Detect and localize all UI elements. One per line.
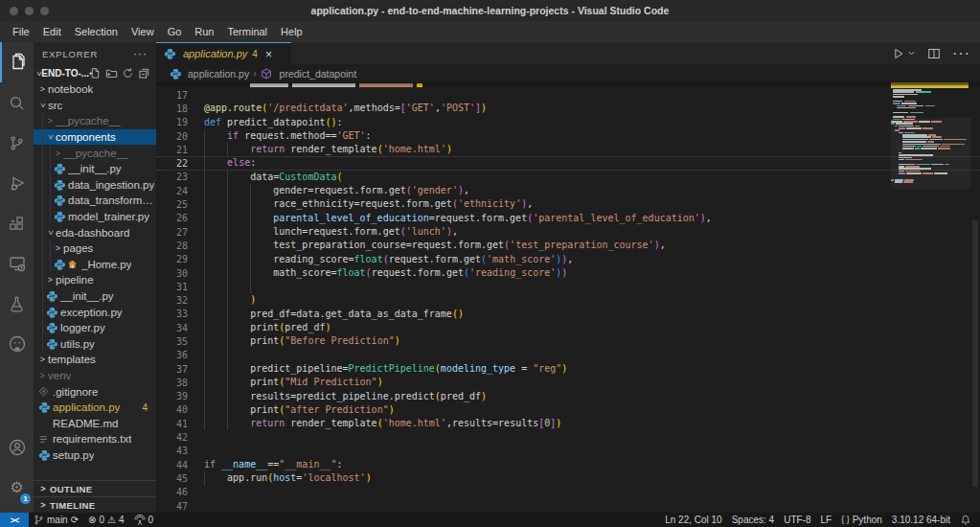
menu-selection[interactable]: Selection bbox=[68, 23, 125, 40]
tree-item-model-trainer-py[interactable]: model_trainer.py bbox=[34, 209, 156, 225]
status-ports[interactable]: 0 bbox=[129, 513, 159, 527]
menu-file[interactable]: File bbox=[6, 23, 36, 40]
scrollbar-slider[interactable] bbox=[972, 220, 978, 487]
code-line-44[interactable]: 44if __name__=="__main__": bbox=[156, 458, 980, 471]
code-line-47[interactable]: 47 bbox=[156, 499, 980, 513]
tree-item-setup-py[interactable]: setup.py bbox=[34, 447, 156, 464]
remote-explorer-icon[interactable] bbox=[0, 243, 34, 284]
collapse-all-icon[interactable] bbox=[138, 67, 150, 80]
search-icon[interactable] bbox=[0, 82, 34, 123]
code-line-24[interactable]: 24 gender=request.form.get('gender'), bbox=[156, 184, 980, 197]
run-debug-icon[interactable] bbox=[0, 163, 34, 203]
tree-item--gitignore[interactable]: .gitignore bbox=[34, 383, 156, 400]
code-line-17[interactable]: 17 bbox=[156, 88, 980, 102]
code-line-41[interactable]: 41 return render_template('home.html',re… bbox=[156, 417, 980, 430]
menu-help[interactable]: Help bbox=[274, 23, 309, 40]
status-language-mode[interactable]: { }Python bbox=[836, 513, 887, 527]
testing-icon[interactable] bbox=[0, 284, 34, 324]
workspace-section-header[interactable]: > END-TO-... bbox=[34, 65, 156, 81]
breadcrumb-file[interactable]: application.py bbox=[188, 68, 249, 80]
tree-item--init-py[interactable]: __init__.py bbox=[34, 161, 156, 177]
status-eol[interactable]: LF bbox=[816, 513, 837, 527]
status-python-interpreter[interactable]: 3.10.12 64-bit bbox=[887, 513, 955, 527]
tree-item-pages[interactable]: >pages bbox=[34, 241, 156, 257]
code-line-20[interactable]: 20 if request.method=='GET': bbox=[156, 129, 980, 143]
status-git-branch[interactable]: main⟳ bbox=[29, 513, 83, 527]
explorer-more-actions-button[interactable]: ··· bbox=[133, 47, 148, 60]
tree-item--pycache-[interactable]: >__pycache__ bbox=[34, 113, 156, 129]
status-notifications[interactable] bbox=[955, 513, 976, 527]
panel-outline[interactable]: >OUTLINE bbox=[34, 480, 156, 496]
refresh-icon[interactable] bbox=[122, 67, 134, 80]
tree-item-templates[interactable]: >templates bbox=[34, 352, 156, 368]
tree-item-pipeline[interactable]: >pipeline bbox=[34, 272, 156, 288]
code-line-29[interactable]: 29 reading_score=float(request.form.get(… bbox=[156, 253, 980, 266]
status-cursor-position[interactable]: Ln 22, Col 10 bbox=[660, 513, 727, 527]
code-line-39[interactable]: 39 results=predict_pipeline.predict(pred… bbox=[156, 390, 980, 403]
run-python-file-button[interactable] bbox=[892, 47, 916, 60]
code-line-35[interactable]: 35 print("Before Prediction") bbox=[156, 334, 980, 348]
code-line-19[interactable]: 19def predict_datapoint(): bbox=[156, 116, 980, 129]
code-line-37[interactable]: 37 predict_pipeline=PredictPipeline(mode… bbox=[156, 362, 980, 376]
tab-application-py[interactable]: application.py 4 × bbox=[156, 42, 291, 64]
code-line-18[interactable]: 18@app.route('/predictdata',methods=['GE… bbox=[156, 102, 980, 115]
tree-item-readme-md[interactable]: README.md bbox=[34, 415, 156, 431]
code-line-36[interactable]: 36 bbox=[156, 349, 980, 362]
window-close-button[interactable] bbox=[10, 7, 18, 15]
editor-more-actions-button[interactable]: ··· bbox=[952, 45, 970, 62]
tree-item-notebook[interactable]: >notebook bbox=[34, 81, 156, 98]
code-line-42[interactable]: 42 bbox=[156, 430, 980, 444]
tree-item-data-transformati-[interactable]: data_transformati... bbox=[34, 193, 156, 209]
code-editor[interactable]: 1718@app.route('/predictdata',methods=['… bbox=[156, 82, 980, 513]
tree-item-exception-py[interactable]: exception.py bbox=[34, 304, 156, 320]
window-controls[interactable] bbox=[10, 7, 49, 15]
status-problems[interactable]: ⊗0⚠4 bbox=[83, 513, 128, 527]
code-line-45[interactable]: 45 app.run(host='localhost') bbox=[156, 471, 980, 485]
menu-edit[interactable]: Edit bbox=[36, 23, 68, 40]
tree-item-application-py[interactable]: application.py4 bbox=[34, 400, 156, 416]
vertical-scrollbar[interactable] bbox=[970, 82, 980, 513]
tree-item-data-ingestion-py[interactable]: data_ingestion.py bbox=[34, 177, 156, 194]
menu-run[interactable]: Run bbox=[188, 23, 220, 40]
window-minimize-button[interactable] bbox=[25, 7, 34, 15]
code-line-26[interactable]: 26 parental_level_of_education=request.f… bbox=[156, 212, 980, 225]
menu-go[interactable]: Go bbox=[161, 23, 189, 40]
code-line-27[interactable]: 27 lunch=request.form.get('lunch'), bbox=[156, 225, 980, 239]
accounts-icon[interactable] bbox=[0, 427, 34, 468]
code-line-30[interactable]: 30 math_score=float(request.form.get('re… bbox=[156, 266, 980, 280]
tree-item-requirements-txt[interactable]: requirements.txt bbox=[34, 431, 156, 447]
code-line-23[interactable]: 23 data=CustomData( bbox=[156, 171, 980, 184]
window-maximize-button[interactable] bbox=[40, 7, 49, 15]
minimap[interactable] bbox=[891, 82, 970, 513]
code-line-25[interactable]: 25 race_ethnicity=request.form.get('ethn… bbox=[156, 197, 980, 211]
code-line-31[interactable]: 31 bbox=[156, 280, 980, 293]
tree-item--init-py[interactable]: __init__.py bbox=[34, 288, 156, 305]
settings-icon[interactable]: ⚙1 bbox=[0, 468, 34, 508]
tree-item--pycache-[interactable]: >__pycache__ bbox=[34, 145, 156, 161]
code-line-34[interactable]: 34 print(pred_df) bbox=[156, 321, 980, 334]
remote-indicator[interactable]: >< bbox=[0, 513, 29, 527]
explorer-icon[interactable] bbox=[0, 42, 34, 82]
code-line-38[interactable]: 38 print("Mid Prediction") bbox=[156, 376, 980, 389]
code-line-46[interactable]: 46 bbox=[156, 486, 980, 499]
close-icon[interactable]: × bbox=[265, 48, 273, 60]
tree-item-utils-py[interactable]: utils.py bbox=[34, 336, 156, 353]
source-control-icon[interactable] bbox=[0, 123, 34, 163]
split-editor-button[interactable] bbox=[927, 47, 941, 60]
github-icon[interactable] bbox=[0, 324, 34, 364]
code-line-40[interactable]: 40 print("after Prediction") bbox=[156, 403, 980, 417]
status-encoding[interactable]: UTF-8 bbox=[779, 513, 815, 527]
code-line-21[interactable]: 21 return render_template('home.html') bbox=[156, 143, 980, 156]
tree-item-src[interactable]: >src bbox=[34, 98, 156, 114]
breadcrumb-symbol[interactable]: predict_datapoint bbox=[280, 68, 357, 80]
tree-item-components[interactable]: >components bbox=[34, 129, 156, 146]
extensions-icon[interactable] bbox=[0, 203, 34, 243]
menu-terminal[interactable]: Terminal bbox=[221, 23, 275, 40]
tree-item--home-py[interactable]: _Home.py bbox=[34, 257, 156, 273]
tree-item-eda-dashboard[interactable]: >eda-dashboard bbox=[34, 224, 156, 241]
status-indentation[interactable]: Spaces: 4 bbox=[727, 513, 779, 527]
code-line-32[interactable]: 32 ) bbox=[156, 293, 980, 307]
menu-view[interactable]: View bbox=[125, 23, 161, 40]
new-folder-icon[interactable] bbox=[105, 67, 118, 80]
new-file-icon[interactable] bbox=[89, 67, 102, 80]
